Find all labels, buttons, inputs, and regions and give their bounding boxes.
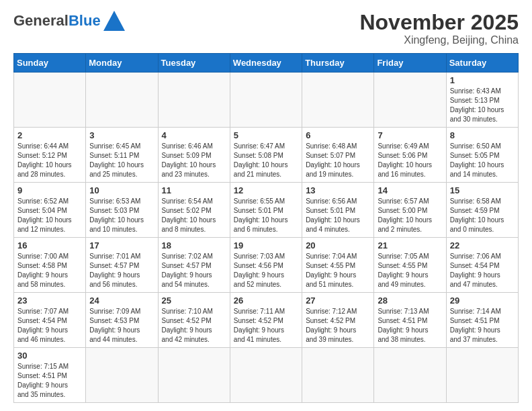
col-saturday: Saturday	[446, 54, 518, 73]
day-info: Sunrise: 6:43 AM Sunset: 5:13 PM Dayligh…	[450, 87, 515, 124]
day-number: 9	[17, 185, 82, 195]
day-number: 28	[378, 295, 442, 306]
calendar-table: Sunday Monday Tuesday Wednesday Thursday…	[13, 53, 519, 403]
calendar-cell: 4Sunrise: 6:46 AM Sunset: 5:09 PM Daylig…	[158, 128, 230, 183]
day-info: Sunrise: 7:05 AM Sunset: 4:55 PM Dayligh…	[378, 252, 442, 289]
calendar-cell: 13Sunrise: 6:56 AM Sunset: 5:01 PM Dayli…	[302, 183, 374, 238]
logo-wordmark: GeneralBlue	[13, 12, 101, 30]
day-number: 8	[450, 130, 515, 140]
day-info: Sunrise: 6:53 AM Sunset: 5:03 PM Dayligh…	[89, 197, 154, 234]
day-info: Sunrise: 6:45 AM Sunset: 5:11 PM Dayligh…	[89, 142, 154, 179]
day-info: Sunrise: 7:09 AM Sunset: 4:53 PM Dayligh…	[89, 307, 154, 345]
calendar-cell: 30Sunrise: 7:15 AM Sunset: 4:51 PM Dayli…	[14, 348, 86, 403]
week-row: 30Sunrise: 7:15 AM Sunset: 4:51 PM Dayli…	[14, 348, 519, 403]
calendar-cell: 20Sunrise: 7:04 AM Sunset: 4:55 PM Dayli…	[302, 238, 374, 293]
day-number: 11	[162, 185, 226, 195]
day-info: Sunrise: 7:10 AM Sunset: 4:52 PM Dayligh…	[162, 307, 226, 345]
calendar-cell	[14, 73, 86, 128]
calendar-cell: 9Sunrise: 6:52 AM Sunset: 5:04 PM Daylig…	[14, 183, 86, 238]
weekday-row: Sunday Monday Tuesday Wednesday Thursday…	[14, 54, 519, 73]
day-info: Sunrise: 7:02 AM Sunset: 4:57 PM Dayligh…	[162, 252, 226, 289]
day-info: Sunrise: 7:14 AM Sunset: 4:51 PM Dayligh…	[450, 307, 515, 345]
calendar-cell: 19Sunrise: 7:03 AM Sunset: 4:56 PM Dayli…	[230, 238, 302, 293]
day-info: Sunrise: 6:49 AM Sunset: 5:06 PM Dayligh…	[378, 142, 442, 179]
calendar-cell	[86, 348, 158, 403]
col-tuesday: Tuesday	[158, 54, 230, 73]
day-number: 13	[306, 185, 370, 195]
day-info: Sunrise: 6:48 AM Sunset: 5:07 PM Dayligh…	[306, 142, 370, 179]
day-number: 6	[306, 130, 370, 140]
calendar-cell	[158, 73, 230, 128]
day-info: Sunrise: 7:06 AM Sunset: 4:54 PM Dayligh…	[450, 252, 515, 289]
calendar-cell: 11Sunrise: 6:54 AM Sunset: 5:02 PM Dayli…	[158, 183, 230, 238]
calendar-cell: 22Sunrise: 7:06 AM Sunset: 4:54 PM Dayli…	[446, 238, 518, 293]
col-wednesday: Wednesday	[230, 54, 302, 73]
day-number: 7	[378, 130, 442, 140]
header: GeneralBlue November 2025 Xingfeng, Beij…	[13, 11, 519, 46]
week-row: 9Sunrise: 6:52 AM Sunset: 5:04 PM Daylig…	[14, 183, 519, 238]
day-number: 19	[234, 240, 298, 250]
day-number: 17	[89, 240, 154, 250]
calendar-cell: 27Sunrise: 7:12 AM Sunset: 4:52 PM Dayli…	[302, 293, 374, 348]
calendar-cell: 15Sunrise: 6:58 AM Sunset: 4:59 PM Dayli…	[446, 183, 518, 238]
calendar-cell: 5Sunrise: 6:47 AM Sunset: 5:08 PM Daylig…	[230, 128, 302, 183]
day-info: Sunrise: 7:12 AM Sunset: 4:52 PM Dayligh…	[306, 307, 370, 345]
logo-general: General	[13, 12, 69, 29]
calendar-cell	[230, 73, 302, 128]
day-number: 14	[378, 185, 442, 195]
calendar-cell: 18Sunrise: 7:02 AM Sunset: 4:57 PM Dayli…	[158, 238, 230, 293]
day-info: Sunrise: 7:03 AM Sunset: 4:56 PM Dayligh…	[234, 252, 298, 289]
day-number: 26	[234, 295, 298, 306]
week-row: 1Sunrise: 6:43 AM Sunset: 5:13 PM Daylig…	[14, 73, 519, 128]
calendar-cell: 8Sunrise: 6:50 AM Sunset: 5:05 PM Daylig…	[446, 128, 518, 183]
day-info: Sunrise: 7:13 AM Sunset: 4:51 PM Dayligh…	[378, 307, 442, 345]
calendar-cell: 24Sunrise: 7:09 AM Sunset: 4:53 PM Dayli…	[86, 293, 158, 348]
day-number: 22	[450, 240, 515, 250]
day-info: Sunrise: 6:47 AM Sunset: 5:08 PM Dayligh…	[234, 142, 298, 179]
day-info: Sunrise: 7:11 AM Sunset: 4:52 PM Dayligh…	[234, 307, 298, 345]
day-number: 30	[17, 351, 82, 361]
day-number: 24	[89, 295, 154, 306]
day-number: 25	[162, 295, 226, 306]
calendar-cell: 3Sunrise: 6:45 AM Sunset: 5:11 PM Daylig…	[86, 128, 158, 183]
day-number: 2	[17, 130, 82, 140]
calendar-cell: 17Sunrise: 7:01 AM Sunset: 4:57 PM Dayli…	[86, 238, 158, 293]
day-number: 29	[450, 295, 515, 306]
day-number: 1	[450, 75, 515, 85]
day-info: Sunrise: 7:01 AM Sunset: 4:57 PM Dayligh…	[89, 252, 154, 289]
day-info: Sunrise: 6:58 AM Sunset: 4:59 PM Dayligh…	[450, 197, 515, 234]
calendar-cell: 28Sunrise: 7:13 AM Sunset: 4:51 PM Dayli…	[374, 293, 446, 348]
col-monday: Monday	[86, 54, 158, 73]
calendar-cell	[302, 73, 374, 128]
week-row: 23Sunrise: 7:07 AM Sunset: 4:54 PM Dayli…	[14, 293, 519, 348]
week-row: 16Sunrise: 7:00 AM Sunset: 4:58 PM Dayli…	[14, 238, 519, 293]
logo-blue: Blue	[69, 12, 101, 29]
calendar-cell	[374, 73, 446, 128]
day-number: 18	[162, 240, 226, 250]
day-info: Sunrise: 6:56 AM Sunset: 5:01 PM Dayligh…	[306, 197, 370, 234]
day-info: Sunrise: 6:55 AM Sunset: 5:01 PM Dayligh…	[234, 197, 298, 234]
calendar-body: 1Sunrise: 6:43 AM Sunset: 5:13 PM Daylig…	[14, 73, 519, 403]
page: GeneralBlue November 2025 Xingfeng, Beij…	[0, 0, 532, 411]
logo-icon: GeneralBlue	[13, 11, 125, 31]
day-number: 4	[162, 130, 226, 140]
day-info: Sunrise: 6:44 AM Sunset: 5:12 PM Dayligh…	[17, 142, 82, 179]
day-info: Sunrise: 6:52 AM Sunset: 5:04 PM Dayligh…	[17, 197, 82, 234]
day-number: 21	[378, 240, 442, 250]
day-number: 16	[17, 240, 82, 250]
day-info: Sunrise: 6:46 AM Sunset: 5:09 PM Dayligh…	[162, 142, 226, 179]
calendar-cell: 21Sunrise: 7:05 AM Sunset: 4:55 PM Dayli…	[374, 238, 446, 293]
day-info: Sunrise: 7:07 AM Sunset: 4:54 PM Dayligh…	[17, 307, 82, 345]
day-number: 10	[89, 185, 154, 195]
calendar-cell: 26Sunrise: 7:11 AM Sunset: 4:52 PM Dayli…	[230, 293, 302, 348]
day-info: Sunrise: 6:54 AM Sunset: 5:02 PM Dayligh…	[162, 197, 226, 234]
col-friday: Friday	[374, 54, 446, 73]
day-info: Sunrise: 7:15 AM Sunset: 4:51 PM Dayligh…	[17, 362, 82, 400]
day-info: Sunrise: 7:00 AM Sunset: 4:58 PM Dayligh…	[17, 252, 82, 289]
col-sunday: Sunday	[14, 54, 86, 73]
calendar-cell: 25Sunrise: 7:10 AM Sunset: 4:52 PM Dayli…	[158, 293, 230, 348]
day-number: 5	[234, 130, 298, 140]
day-number: 27	[306, 295, 370, 306]
calendar-cell	[302, 348, 374, 403]
day-number: 20	[306, 240, 370, 250]
